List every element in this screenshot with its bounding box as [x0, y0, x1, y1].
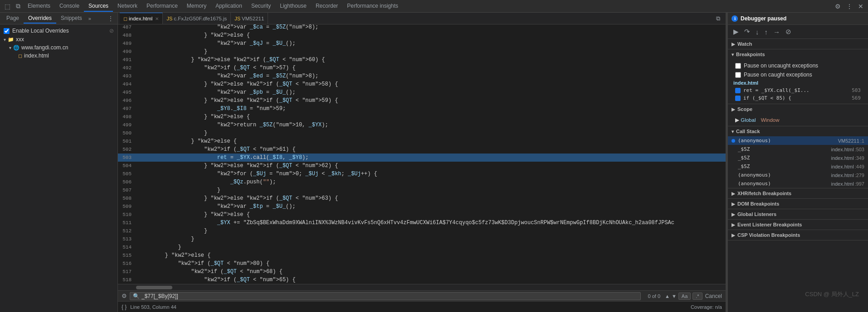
code-line-494: 494 } "kw2">else "kw2">if (_$QT < "num">… — [118, 80, 726, 88]
file-tab-index-html[interactable]: ◻ index.html ✕ — [120, 13, 163, 24]
line-number: 495 — [118, 88, 137, 96]
watch-section: ▶ Watch — [728, 39, 868, 49]
sidebar-more-icon[interactable]: ⋮ — [106, 14, 116, 23]
tree-item-index-html[interactable]: ◻ index.html — [0, 52, 117, 60]
pause-caught-checkbox[interactable] — [735, 72, 741, 78]
file-tabs-actions: ⧉ — [714, 15, 726, 22]
enable-overrides-checkbox[interactable] — [4, 28, 10, 34]
callstack-item-0[interactable]: (anonymous)VM52211:1 — [728, 136, 868, 145]
line-content: "kw2">if (_$QT < "num">68) { — [137, 268, 726, 276]
line-content: "kw2">if (_$QT < "num">65) { — [137, 276, 726, 284]
coverage-status: Coverage: n/a — [691, 304, 722, 310]
line-number: 512 — [118, 227, 137, 235]
file-tab-vm52211[interactable]: JS VM52211 — [231, 13, 268, 24]
tree-item-fangdi[interactable]: ▾ 🌐 www.fangdi.com.cn — [0, 43, 117, 52]
code-line-517: 517 "kw2">if (_$QT < "num">68) { — [118, 268, 726, 276]
scope-header[interactable]: ▶ Scope — [728, 104, 868, 114]
horizontal-scrollbar[interactable] — [118, 284, 726, 290]
tab-console[interactable]: Console — [55, 1, 84, 12]
step-into-btn[interactable]: ↓ — [754, 27, 761, 37]
sidebar: Page Overrides Snippets » ⋮ Enable Local… — [0, 13, 118, 312]
resume-btn[interactable]: ▶ — [731, 27, 741, 37]
toggle-sidebar-icon[interactable]: ⧉ — [714, 15, 722, 22]
tab-application[interactable]: Application — [211, 1, 247, 12]
dom-breakpoints-header[interactable]: ▶ DOM Breakpoints — [728, 199, 868, 209]
step-over-btn[interactable]: ↷ — [742, 27, 752, 37]
callstack-item-4[interactable]: (anonymous)index.html:279 — [728, 171, 868, 179]
search-prev-icon[interactable]: ▲ — [665, 293, 670, 299]
callstack-item-2[interactable]: _$5Zindex.html:349 — [728, 154, 868, 162]
file-tab-label-index: index.html — [129, 16, 152, 21]
event-listener-section: ▶ Event Listener Breakpoints — [728, 220, 868, 230]
tab-recorder[interactable]: Recorder — [311, 1, 342, 12]
tab-security[interactable]: Security — [247, 1, 275, 12]
pause-uncaught-label: Pause on uncaught exceptions — [744, 62, 818, 69]
match-case-btn[interactable]: Aa — [678, 293, 691, 300]
search-input[interactable] — [141, 293, 638, 299]
settings-icon[interactable]: ⚙ — [832, 2, 844, 11]
inspect-icon[interactable]: ⬚ — [2, 2, 13, 11]
dom-breakpoints-section: ▶ DOM Breakpoints — [728, 199, 868, 209]
close-devtools-icon[interactable]: ✕ — [855, 2, 866, 11]
event-listener-label: Event Listener Breakpoints — [737, 222, 802, 227]
tab-performance[interactable]: Performance — [142, 1, 182, 12]
line-number: 511 — [118, 219, 137, 227]
tab-elements[interactable]: Elements — [23, 1, 55, 12]
regex-btn[interactable]: .* — [692, 293, 702, 300]
xhr-breakpoints-header[interactable]: ▶ XHR/fetch Breakpoints — [728, 188, 868, 198]
event-listener-header[interactable]: ▶ Event Listener Breakpoints — [728, 220, 868, 230]
code-line-493: 493 "kw2">var _$ed = _$5Z("num">8); — [118, 72, 726, 80]
subtab-overrides[interactable]: Overrides — [24, 14, 56, 24]
csp-header[interactable]: ▶ CSP Violation Breakpoints — [728, 230, 868, 240]
step-btn[interactable]: → — [771, 27, 782, 37]
xhr-breakpoints-section: ▶ XHR/fetch Breakpoints — [728, 188, 868, 199]
callstack-item-1[interactable]: _$5Zindex.html:503 — [728, 145, 868, 154]
subtab-snippets[interactable]: Snippets — [56, 14, 87, 24]
callstack-file: index.html — [831, 155, 853, 161]
code-line-487: 487 "kw2">var _$ca = _$5Z("num">8); — [118, 24, 726, 31]
file-tab-cfxjzg[interactable]: JS c.FxJzG50F.dfe1675.js — [163, 13, 231, 24]
close-file-tab-icon[interactable]: ✕ — [155, 16, 159, 21]
status-position: Line 503, Column 44 — [130, 304, 176, 310]
bp-item-0[interactable]: ret = _$YX.call(_$I... 503 — [731, 86, 864, 94]
more-tabs-icon[interactable]: » — [87, 16, 93, 21]
cancel-search-btn[interactable]: Cancel — [705, 293, 722, 299]
tab-memory[interactable]: Memory — [182, 1, 211, 12]
tab-sources[interactable]: Sources — [84, 1, 113, 12]
line-content: "kw2">var _$pb = _$U_(); — [137, 88, 726, 96]
search-toggle-icon[interactable]: ⚙ — [122, 293, 127, 299]
more-icon[interactable]: ⋮ — [844, 2, 855, 11]
callstack-header[interactable]: ▾ Call Stack — [728, 126, 868, 136]
subtab-page[interactable]: Page — [2, 14, 24, 24]
code-line-500: 500 } — [118, 129, 726, 137]
global-listeners-header[interactable]: ▶ Global Listeners — [728, 209, 868, 219]
tab-network[interactable]: Network — [113, 1, 142, 12]
file-tab-label-vm: VM52211 — [242, 16, 264, 21]
line-number: 488 — [118, 31, 137, 39]
watch-header[interactable]: ▶ Watch — [728, 39, 868, 49]
tab-perf-insights[interactable]: Performance insights — [342, 1, 403, 12]
device-icon[interactable]: ⧉ — [13, 1, 23, 11]
line-content: "kw2">if (_$QT < "num">61) { — [137, 145, 726, 154]
bp-item-1[interactable]: if (_$QT < 85) { 569 — [731, 94, 864, 102]
debugger-paused-title: Debugger paused — [741, 15, 786, 22]
clear-overrides-icon[interactable]: ⊘ — [109, 28, 114, 34]
callstack-line: :449 — [855, 164, 864, 169]
breakpoints-header[interactable]: ▾ Breakpoints — [728, 49, 868, 59]
line-number: 510 — [118, 211, 137, 219]
callstack-item-5[interactable]: (anonymous)index.html:997 — [728, 179, 868, 188]
line-number: 491 — [118, 56, 137, 64]
line-content: _$Y8._$I8 = "num">59; — [137, 105, 726, 113]
scope-global-item[interactable]: ▶ Global Window — [731, 116, 864, 124]
step-out-btn[interactable]: ↑ — [763, 27, 770, 37]
code-line-508: 508 } "kw2">else "kw2">if (_$QT < "num">… — [118, 194, 726, 202]
deactivate-breakpoints-btn[interactable]: ⊘ — [784, 27, 793, 37]
line-content: "kw2">var _$ed = _$5Z("num">8); — [137, 72, 726, 80]
search-next-icon[interactable]: ▼ — [672, 293, 677, 299]
tab-lighthouse[interactable]: Lighthouse — [275, 1, 311, 12]
callstack-item-3[interactable]: _$5Zindex.html:449 — [728, 162, 868, 171]
sidebar-content: Enable Local Overrides ⊘ ▾ 📁 xxx ▾ 🌐 www… — [0, 24, 117, 312]
code-editor[interactable]: 486 } "kw2">else "kw2">if (_$QT < "num">… — [118, 24, 726, 284]
pause-uncaught-checkbox[interactable] — [735, 63, 741, 69]
tree-item-xxx[interactable]: ▾ 📁 xxx — [0, 35, 117, 43]
